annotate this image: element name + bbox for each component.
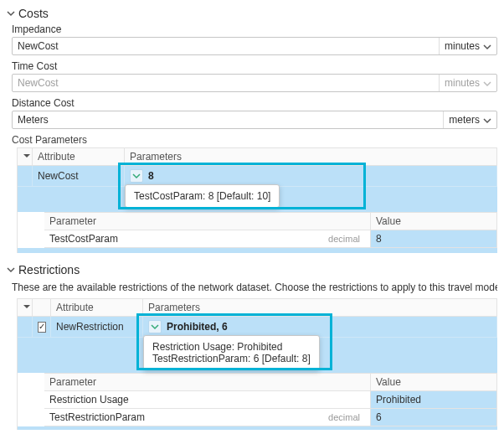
- column-attribute[interactable]: Attribute: [51, 299, 143, 317]
- cost-parameters-header: Cost Parameters: [12, 134, 497, 146]
- cost-tooltip: TestCostParam: 8 [Default: 10]: [125, 184, 280, 208]
- restriction-row[interactable]: ✓ NewRestriction Prohibited, 6 Restricti…: [18, 317, 497, 338]
- time-cost-value: NewCost: [13, 77, 439, 89]
- chevron-down-icon: [483, 116, 491, 124]
- column-parameter[interactable]: Parameter: [44, 213, 371, 230]
- cost-row[interactable]: NewCost 8 TestCostParam: 8 [Default: 10]: [18, 166, 497, 187]
- restrictions-title: Restrictions: [18, 263, 80, 276]
- selection-band: [18, 248, 497, 253]
- costs-section: Costs Impedance NewCost minutes Time Cos…: [0, 0, 504, 256]
- impedance-unit: minutes: [445, 40, 480, 52]
- param-name-cell: TestCostParam decimal: [44, 230, 371, 248]
- param-value-cell[interactable]: 6: [371, 409, 497, 426]
- subgrid-row[interactable]: TestRestrictionParam decimal 6: [44, 409, 497, 426]
- param-value-cell[interactable]: Prohibited: [371, 391, 497, 409]
- row-attribute: NewCost: [33, 166, 125, 187]
- param-value-cell[interactable]: 8: [371, 230, 497, 248]
- subgrid-header: Parameter Value: [44, 213, 497, 230]
- column-check[interactable]: [33, 299, 51, 317]
- chevron-down-icon: [7, 9, 15, 18]
- time-cost-field: Time Cost NewCost minutes: [12, 60, 497, 92]
- column-parameters[interactable]: Parameters: [143, 299, 497, 317]
- grid-header: Attribute Parameters: [18, 148, 497, 166]
- expand-params-button[interactable]: [130, 169, 143, 183]
- subgrid-header: Parameter Value: [44, 374, 497, 391]
- distance-cost-value: Meters: [13, 114, 443, 126]
- restrictions-header[interactable]: Restrictions: [7, 260, 497, 280]
- impedance-label: Impedance: [12, 23, 497, 35]
- distance-cost-dropdown[interactable]: Meters meters: [12, 111, 497, 129]
- restrictions-grid: Attribute Parameters ✓ NewRestriction Pr…: [17, 298, 497, 430]
- impedance-value: NewCost: [13, 40, 439, 52]
- column-toggle[interactable]: [18, 148, 33, 166]
- row-summary: Prohibited, 6: [167, 321, 228, 333]
- distance-cost-label: Distance Cost: [12, 97, 497, 109]
- costs-title: Costs: [18, 7, 49, 20]
- distance-cost-field: Distance Cost Meters meters: [12, 97, 497, 129]
- time-cost-dropdown: NewCost minutes: [12, 74, 497, 92]
- cost-parameters-grid: Attribute Parameters NewCost 8 TestCostP…: [17, 147, 497, 253]
- subgrid-row[interactable]: Restriction Usage Prohibited: [44, 391, 497, 409]
- restriction-subgrid: Parameter Value Restriction Usage Prohib…: [44, 373, 497, 426]
- time-cost-unit: minutes: [445, 77, 480, 89]
- row-parameters-cell[interactable]: Prohibited, 6 Restriction Usage: Prohibi…: [143, 317, 497, 338]
- time-cost-label: Time Cost: [12, 60, 497, 72]
- row-toggle[interactable]: [18, 166, 33, 187]
- distance-cost-unit: meters: [449, 114, 480, 126]
- column-attribute[interactable]: Attribute: [33, 148, 125, 166]
- column-parameter[interactable]: Parameter: [44, 374, 371, 391]
- restrictions-section: Restrictions These are the available res…: [0, 256, 504, 433]
- selection-band: [18, 426, 497, 430]
- restriction-tooltip: Restriction Usage: Prohibited TestRestri…: [143, 335, 320, 370]
- grid-header: Attribute Parameters: [18, 299, 497, 317]
- impedance-dropdown[interactable]: NewCost minutes: [12, 37, 497, 55]
- column-toggle[interactable]: [18, 299, 33, 317]
- expand-params-button[interactable]: [148, 320, 162, 333]
- row-toggle[interactable]: [18, 317, 33, 338]
- column-parameters[interactable]: Parameters: [125, 148, 497, 166]
- restrictions-description: These are the available restrictions of …: [12, 282, 497, 293]
- row-attribute: NewRestriction: [51, 317, 143, 338]
- param-name-cell: TestRestrictionParam decimal: [44, 409, 371, 426]
- cost-subgrid: Parameter Value TestCostParam decimal 8: [44, 212, 497, 248]
- param-name-cell: Restriction Usage: [44, 391, 371, 409]
- column-value[interactable]: Value: [371, 213, 497, 230]
- row-checkbox-cell[interactable]: ✓: [33, 317, 51, 338]
- impedance-field: Impedance NewCost minutes: [12, 23, 497, 55]
- row-parameters-cell[interactable]: 8 TestCostParam: 8 [Default: 10]: [125, 166, 497, 187]
- row-summary: 8: [148, 170, 154, 182]
- chevron-down-icon: [7, 266, 15, 274]
- subgrid-row[interactable]: TestCostParam decimal 8: [44, 230, 497, 248]
- column-value[interactable]: Value: [371, 374, 497, 391]
- checkbox-icon[interactable]: ✓: [38, 322, 46, 333]
- chevron-down-icon: [483, 42, 491, 50]
- chevron-down-icon: [483, 79, 491, 87]
- costs-header[interactable]: Costs: [7, 3, 497, 23]
